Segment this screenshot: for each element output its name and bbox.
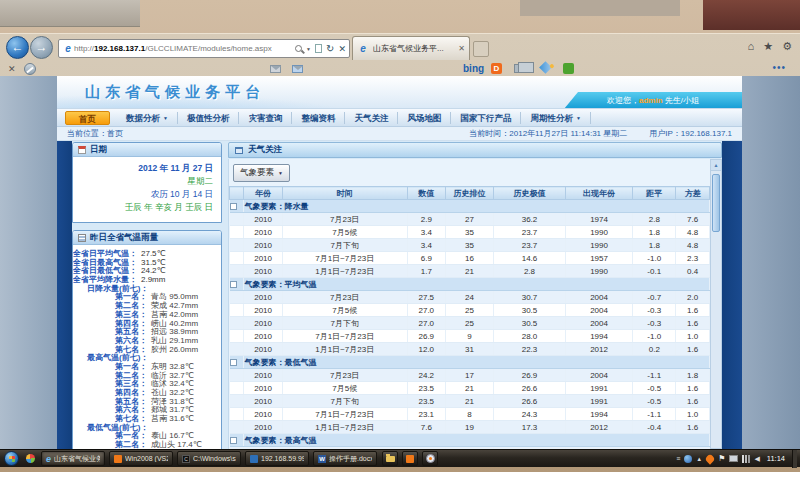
mail-icon[interactable]: [292, 65, 303, 73]
rank-value: 莒南 31.6℃: [151, 415, 194, 424]
home-icon[interactable]: ⌂: [748, 40, 755, 53]
nav-item-1[interactable]: 数据分析▼: [117, 112, 178, 124]
highlight-icon[interactable]: [539, 61, 552, 74]
input-language-icon[interactable]: ≡: [676, 455, 680, 462]
table-row[interactable]: 20107月23日2.92736.219742.87.6: [230, 213, 710, 226]
table-row[interactable]: 20101月1日~7月23日12.03122.320120.21.6: [230, 343, 710, 356]
nav-item-4[interactable]: 整编资料: [292, 112, 345, 124]
back-button[interactable]: ←: [6, 36, 29, 59]
new-tab-button[interactable]: [473, 41, 489, 57]
checkbox[interactable]: [230, 203, 237, 210]
bing-logo[interactable]: bing: [463, 63, 484, 74]
row-cell: 24.3: [493, 408, 565, 421]
addon-toolbar: ✕ bing D •••: [0, 61, 800, 77]
row-cell: 30.5: [493, 304, 565, 317]
nav-item-7[interactable]: 国家下行产品: [451, 112, 521, 124]
row-cell: 7月23日: [282, 213, 407, 226]
row-cell: 23.5: [407, 382, 445, 395]
tab-close-icon[interactable]: ✕: [458, 44, 465, 53]
row-cell: 3.4: [407, 239, 445, 252]
ime-flame-icon[interactable]: [705, 453, 716, 464]
pinned-app-icon[interactable]: [26, 454, 35, 463]
blocked-content-icon[interactable]: [24, 63, 36, 75]
checkbox[interactable]: [230, 359, 237, 366]
page-body: 日期 2012 年 11 月 27 日 星期二 农历 10 月 14 日 壬辰 …: [57, 141, 742, 449]
table-row[interactable]: 20107月5候27.02530.52004-0.31.6: [230, 304, 710, 317]
nav-item-5[interactable]: 天气关注: [345, 112, 398, 124]
checkbox[interactable]: [230, 281, 237, 288]
app-icon[interactable]: [402, 451, 418, 466]
search-icon[interactable]: [295, 45, 302, 52]
row-cell: 7.6: [407, 421, 445, 434]
network-signal-icon[interactable]: [742, 455, 750, 463]
sidebar: 日期 2012 年 11 月 27 日 星期二 农历 10 月 14 日 壬辰 …: [72, 142, 222, 449]
table-row[interactable]: 20107月5候3.43523.719901.84.8: [230, 226, 710, 239]
start-button[interactable]: [4, 451, 19, 466]
row-cell: [230, 291, 244, 304]
current-time: 当前时间：2012年11月27日 11:14:31 星期二: [469, 128, 627, 139]
row-cell: 27.5: [407, 291, 445, 304]
table-row[interactable]: 20107月下旬27.02530.52004-0.31.6: [230, 317, 710, 330]
nav-item-3[interactable]: 灾害查询: [239, 112, 292, 124]
taskbar-window-label: Win2008 (VS2...: [125, 455, 168, 462]
forward-button[interactable]: →: [30, 36, 53, 59]
addon-bar-close-icon[interactable]: ✕: [8, 64, 16, 74]
tab-title: 山东省气候业务平...: [373, 43, 454, 54]
browser-tab[interactable]: e 山东省气候业务平... ✕: [352, 36, 470, 60]
plugin-icon[interactable]: [563, 63, 574, 74]
action-center-flag-icon[interactable]: ⚑: [718, 455, 725, 463]
table-row[interactable]: 20107月23日27.52430.72004-0.72.0: [230, 291, 710, 304]
table-row[interactable]: 20107月1日~7月23日6.91614.61957-1.02.3: [230, 252, 710, 265]
show-desktop-button[interactable]: [792, 450, 797, 468]
body-right-border: [722, 141, 742, 449]
snapshot-icon[interactable]: [514, 64, 528, 73]
compatibility-view-icon[interactable]: [315, 44, 322, 53]
table-row[interactable]: 20101月1日~7月23日7.61917.32012-0.41.6: [230, 421, 710, 434]
address-bar[interactable]: e http://192.168.137.1/GLCCLIMATE/module…: [58, 39, 350, 58]
table-row[interactable]: 20107月23日24.21726.92004-1.11.8: [230, 369, 710, 382]
media-player-icon[interactable]: [422, 451, 438, 466]
nav-item-2[interactable]: 极值性分析: [178, 112, 240, 124]
scrollbar-thumb[interactable]: [712, 174, 720, 232]
nav-item-6[interactable]: 风场地图: [398, 112, 451, 124]
nav-item-8[interactable]: 周期性分析▼: [521, 112, 590, 124]
dict-icon[interactable]: D: [491, 63, 502, 74]
tray-clock[interactable]: 11:14: [767, 454, 785, 463]
network-globe-icon[interactable]: [684, 455, 692, 463]
taskbar-window-ie[interactable]: e山东省气候业务平...: [41, 451, 105, 466]
stop-icon[interactable]: ✕: [338, 44, 346, 54]
tools-gear-icon[interactable]: ⚙: [782, 40, 792, 53]
table-row[interactable]: 20107月1日~7月23日26.9928.01994-1.01.0: [230, 330, 710, 343]
row-cell: -0.3: [633, 304, 676, 317]
body-left-border: [57, 141, 72, 449]
row-cell: 2004: [565, 369, 632, 382]
taskbar: e山东省气候业务平...Win2008 (VS2...CC:\Windows\s…: [0, 449, 800, 467]
scrollbar[interactable]: ▲: [710, 159, 722, 449]
display-icon[interactable]: [729, 455, 738, 462]
taskbar-window-vm[interactable]: Win2008 (VS2...: [109, 451, 173, 466]
tray-expand-icon[interactable]: ▲: [696, 456, 702, 462]
taskbar-window-cmd[interactable]: CC:\Windows\s...: [177, 451, 241, 466]
panel-content: 气象要素▼ 年份时间数值历史排位历史极值出现年份距平方差 气象要素：降水量201…: [228, 159, 710, 449]
element-filter-button[interactable]: 气象要素▼: [233, 164, 290, 182]
taskbar-window-remote[interactable]: 192.168.59.99...: [245, 451, 309, 466]
checkbox[interactable]: [230, 437, 237, 444]
search-dropdown-icon[interactable]: ▼: [306, 46, 311, 52]
scroll-up-icon[interactable]: ▲: [711, 160, 721, 171]
overflow-icon[interactable]: •••: [772, 62, 786, 73]
table-row[interactable]: 20107月1日~7月23日23.1824.31994-1.11.0: [230, 408, 710, 421]
nav-item-0[interactable]: 首页: [65, 111, 110, 125]
column-header: 数值: [407, 187, 445, 200]
refresh-icon[interactable]: ↻: [326, 43, 334, 54]
table-row[interactable]: 20101月1日~7月23日1.7212.81990-0.10.4: [230, 265, 710, 278]
favorites-star-icon[interactable]: ★: [763, 40, 773, 53]
mail-icon[interactable]: [270, 65, 281, 73]
table-row[interactable]: 20107月下旬3.43523.719901.84.8: [230, 239, 710, 252]
table-row[interactable]: 20107月下旬23.52126.61991-0.51.6: [230, 395, 710, 408]
row-cell: 23.7: [493, 239, 565, 252]
table-row[interactable]: 20107月5候23.52126.61991-0.51.6: [230, 382, 710, 395]
taskbar-window-word[interactable]: W操作手册.docx -...: [313, 451, 377, 466]
explorer-folder-icon[interactable]: [382, 451, 398, 466]
speaker-icon[interactable]: ◀: [754, 455, 759, 463]
group-title: 气象要素：最高气温: [244, 434, 710, 447]
